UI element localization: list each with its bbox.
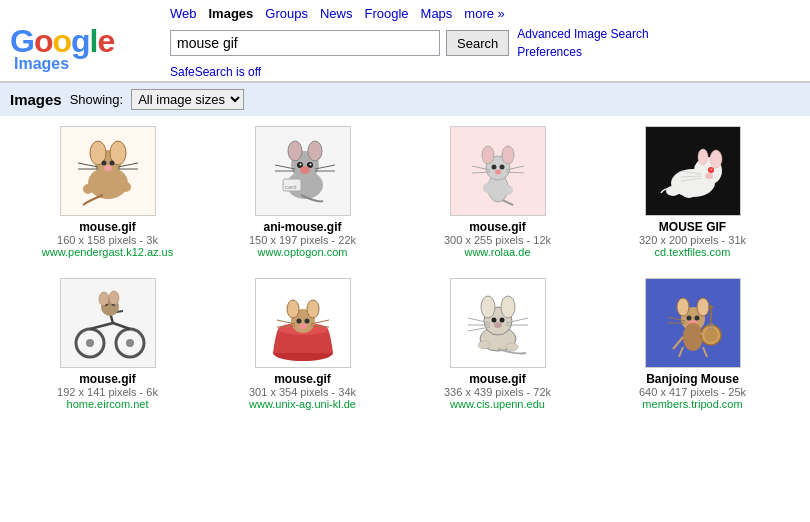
- result-item: mouse.gif 192 x 141 pixels - 6k home.eir…: [20, 278, 195, 410]
- svg-point-92: [478, 341, 490, 349]
- result-meta: 336 x 439 pixels - 72k: [444, 386, 551, 398]
- svg-point-63: [99, 292, 109, 306]
- result-meta: 192 x 141 pixels - 6k: [57, 386, 158, 398]
- svg-point-102: [683, 323, 703, 351]
- svg-point-93: [506, 343, 518, 351]
- svg-point-86: [494, 322, 502, 328]
- svg-line-58: [90, 323, 113, 329]
- result-thumbnail[interactable]: [60, 126, 156, 216]
- result-thumbnail[interactable]: [450, 278, 546, 368]
- result-url[interactable]: www.unix-ag.uni-kl.de: [249, 398, 356, 410]
- search-input[interactable]: mouse gif: [170, 30, 440, 56]
- svg-point-48: [705, 173, 713, 179]
- result-item: card ani-mouse.gif 150 x 197 pixels - 22…: [215, 126, 390, 258]
- svg-point-73: [296, 319, 301, 324]
- result-item: mouse.gif 301 x 354 pixels - 34k www.uni…: [215, 278, 390, 410]
- result-item: MOUSE GIF 320 x 200 pixels - 31k cd.text…: [605, 126, 780, 258]
- svg-point-12: [121, 182, 131, 192]
- result-url[interactable]: members.tripod.com: [642, 398, 742, 410]
- result-meta: 320 x 200 pixels - 31k: [639, 234, 746, 246]
- svg-point-82: [481, 296, 495, 318]
- safe-search-link[interactable]: SafeSearch is off: [170, 65, 261, 79]
- svg-point-40: [483, 183, 493, 193]
- image-size-select[interactable]: All image sizes Large Medium Small: [131, 89, 244, 110]
- nav-images[interactable]: Images: [209, 6, 254, 21]
- result-url[interactable]: www.optogon.com: [258, 246, 348, 258]
- svg-point-85: [499, 318, 504, 323]
- nav-web[interactable]: Web: [170, 6, 197, 21]
- svg-point-97: [686, 316, 691, 321]
- svg-point-57: [126, 339, 134, 347]
- result-name: mouse.gif: [79, 372, 136, 386]
- result-thumbnail[interactable]: [450, 126, 546, 216]
- svg-line-113: [679, 347, 683, 357]
- images-logo: Images: [14, 55, 69, 73]
- svg-text:card: card: [285, 184, 297, 190]
- nav-groups[interactable]: Groups: [265, 6, 308, 21]
- nav-maps[interactable]: Maps: [421, 6, 453, 21]
- result-name: mouse.gif: [274, 372, 331, 386]
- svg-point-95: [677, 298, 689, 316]
- nav-more[interactable]: more »: [464, 6, 504, 21]
- result-thumbnail[interactable]: [645, 126, 741, 216]
- result-thumbnail[interactable]: [255, 278, 351, 368]
- nav-froogle[interactable]: Froogle: [364, 6, 408, 21]
- result-name: Banjoing Mouse: [646, 372, 739, 386]
- svg-line-59: [113, 323, 130, 329]
- svg-point-34: [499, 165, 504, 170]
- svg-point-98: [694, 316, 699, 321]
- svg-point-20: [309, 164, 311, 166]
- result-url[interactable]: cd.textfiles.com: [655, 246, 731, 258]
- svg-line-110: [701, 333, 703, 335]
- svg-point-53: [682, 188, 696, 198]
- svg-point-74: [304, 319, 309, 324]
- search-button[interactable]: Search: [446, 30, 509, 56]
- svg-point-75: [299, 323, 307, 329]
- svg-line-112: [703, 347, 707, 357]
- result-name: ani-mouse.gif: [263, 220, 341, 234]
- advanced-image-search-link[interactable]: Advanced Image Search: [517, 25, 648, 43]
- svg-point-19: [299, 164, 301, 166]
- result-name: mouse.gif: [79, 220, 136, 234]
- svg-point-84: [491, 318, 496, 323]
- svg-point-16: [308, 141, 322, 161]
- result-thumbnail[interactable]: card: [255, 126, 351, 216]
- result-meta: 300 x 255 pixels - 12k: [444, 234, 551, 246]
- result-url[interactable]: www.rolaa.de: [464, 246, 530, 258]
- results-row-1: mouse.gif 160 x 158 pixels - 3k www.pend…: [20, 126, 790, 258]
- svg-point-21: [300, 166, 310, 174]
- svg-point-15: [288, 141, 302, 161]
- result-meta: 301 x 354 pixels - 34k: [249, 386, 356, 398]
- result-name: mouse.gif: [469, 220, 526, 234]
- svg-point-11: [83, 184, 93, 194]
- svg-point-67: [103, 305, 117, 315]
- result-url[interactable]: www.cis.upenn.edu: [450, 398, 545, 410]
- svg-line-111: [673, 337, 683, 349]
- result-item: mouse.gif 160 x 158 pixels - 3k www.pend…: [20, 126, 195, 258]
- result-meta: 150 x 197 pixels - 22k: [249, 234, 356, 246]
- preferences-link[interactable]: Preferences: [517, 43, 648, 61]
- nav-news[interactable]: News: [320, 6, 353, 21]
- svg-point-83: [501, 296, 515, 318]
- filter-images-label: Images: [10, 91, 62, 108]
- svg-point-64: [109, 291, 119, 305]
- result-thumbnail[interactable]: [645, 278, 741, 368]
- result-name: MOUSE GIF: [659, 220, 726, 234]
- svg-point-31: [482, 146, 494, 164]
- svg-point-56: [86, 339, 94, 347]
- result-url[interactable]: www.pendergast.k12.az.us: [42, 246, 173, 258]
- google-logo: Google: [10, 25, 114, 57]
- result-item: Banjoing Mouse 640 x 417 pixels - 25k me…: [605, 278, 780, 410]
- result-thumbnail[interactable]: [60, 278, 156, 368]
- svg-point-52: [666, 186, 680, 196]
- svg-point-47: [710, 169, 712, 171]
- result-name: mouse.gif: [469, 372, 526, 386]
- svg-point-71: [287, 300, 299, 318]
- svg-point-104: [704, 328, 718, 342]
- result-item: mouse.gif 336 x 439 pixels - 72k www.cis…: [410, 278, 585, 410]
- filter-showing-label: Showing:: [70, 92, 123, 107]
- result-url[interactable]: home.eircom.net: [67, 398, 149, 410]
- svg-point-96: [697, 298, 709, 316]
- result-meta: 160 x 158 pixels - 3k: [57, 234, 158, 246]
- result-meta: 640 x 417 pixels - 25k: [639, 386, 746, 398]
